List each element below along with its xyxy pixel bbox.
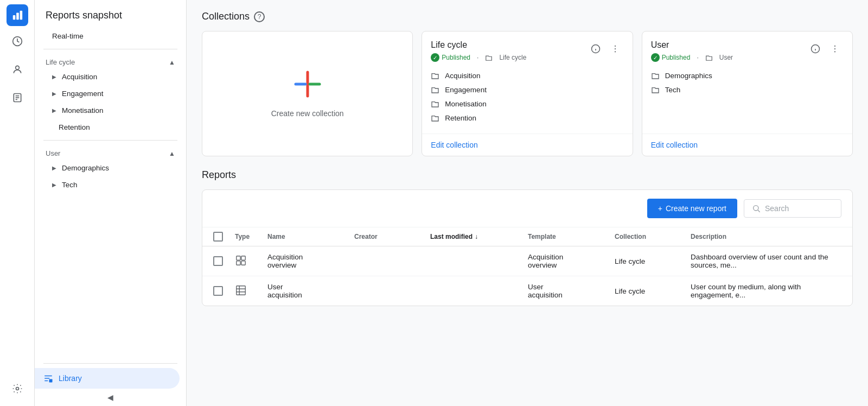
acquisition-arrow-icon: ▶ <box>52 74 56 80</box>
divider-1 <box>43 49 177 49</box>
table-header-row: Type Name Creator Last modified ↓ Templa… <box>202 227 852 246</box>
user-collection-card: User ✓ Published · User <box>642 31 853 156</box>
user-subtitle: User <box>719 54 733 61</box>
collections-grid: Create new collection Life cycle ✓ Publi… <box>202 31 853 156</box>
lifecycle-card-title: Life cycle <box>431 40 526 50</box>
reports-search-box[interactable] <box>744 199 841 218</box>
lifecycle-monetisation-label: Monetisation <box>445 100 487 108</box>
sidebar-item-acquisition[interactable]: ▶ Acquisition <box>35 68 186 85</box>
table-header-collection: Collection <box>615 232 691 242</box>
sidebar-item-demographics[interactable]: ▶ Demographics <box>35 160 186 176</box>
lifecycle-dot-separator: · <box>477 54 478 61</box>
svg-point-25 <box>834 51 835 52</box>
sidebar-item-engagement[interactable]: ▶ Engagement <box>35 85 186 102</box>
tech-arrow-icon: ▶ <box>52 182 56 188</box>
sidebar-item-retention[interactable]: Retention <box>35 119 186 136</box>
row1-template-line1: Acquisition <box>528 253 615 261</box>
sidebar-section-lifecycle[interactable]: Life cycle ▲ <box>35 54 186 68</box>
reports-toolbar: + Create new report <box>202 190 852 227</box>
tech-item-label: Tech <box>665 86 681 94</box>
divider-bottom <box>43 363 177 364</box>
realtime-label: Real-time <box>52 32 84 40</box>
lifecycle-edit-link[interactable]: Edit collection <box>431 141 477 149</box>
svg-point-26 <box>754 206 758 211</box>
reports-section-title: Reports <box>202 169 853 181</box>
sidebar: Reports snapshot Real-time Life cycle ▲ … <box>35 0 187 406</box>
folder-icon-retention <box>431 113 439 122</box>
create-plus-icon <box>293 70 322 103</box>
table-row[interactable]: Acquisition overview Acquisition overvie… <box>202 246 852 276</box>
demographics-label: Demographics <box>62 164 109 172</box>
user-info-btn[interactable] <box>807 40 824 58</box>
svg-rect-30 <box>237 261 240 264</box>
user-edit-link[interactable]: Edit collection <box>651 141 698 149</box>
search-input[interactable] <box>765 204 830 213</box>
user-folder-small-icon <box>705 54 713 61</box>
reports-nav-btn[interactable] <box>4 85 30 111</box>
lifecycle-info-btn[interactable] <box>587 40 604 58</box>
svg-point-17 <box>615 46 616 47</box>
row1-checkbox[interactable] <box>213 256 223 266</box>
row1-name-line1: Acquisition <box>267 253 354 261</box>
create-collection-label: Create new collection <box>271 109 344 118</box>
lifecycle-card-status: ✓ Published · Life cycle <box>431 53 526 62</box>
tech-label: Tech <box>62 181 78 189</box>
search-icon <box>752 204 761 213</box>
lifecycle-card-items: Acquisition Engagement Monetisation Rete… <box>422 66 632 134</box>
realtime-nav-btn[interactable] <box>4 28 30 54</box>
user-section-label: User <box>46 149 60 157</box>
row2-template-line2: acquisition <box>528 291 615 299</box>
svg-point-9 <box>16 388 18 390</box>
name-col-label: Name <box>267 233 285 240</box>
lifecycle-check-icon: ✓ <box>431 53 439 62</box>
type-col-label: Type <box>235 233 250 240</box>
table-header-last-modified[interactable]: Last modified ↓ <box>430 232 528 242</box>
sidebar-item-tech[interactable]: ▶ Tech <box>35 176 186 193</box>
user-menu-btn[interactable] <box>826 40 844 58</box>
lifecycle-card-footer: Edit collection <box>422 134 632 156</box>
sidebar-item-monetisation[interactable]: ▶ Monetisation <box>35 102 186 119</box>
table-header-description: Description <box>691 232 841 242</box>
demographics-arrow-icon: ▶ <box>52 165 56 171</box>
sidebar-library-btn[interactable]: Library <box>35 368 180 389</box>
lifecycle-folder-small-icon <box>485 54 493 61</box>
row1-template-cell: Acquisition overview <box>528 253 615 269</box>
user-card-header: User ✓ Published · User <box>642 31 852 66</box>
row2-checkbox[interactable] <box>213 286 223 296</box>
create-collection-card[interactable]: Create new collection <box>202 31 413 156</box>
lifecycle-acquisition-label: Acquisition <box>445 72 480 80</box>
svg-rect-29 <box>241 256 245 259</box>
sort-down-icon: ↓ <box>475 233 478 240</box>
svg-rect-2 <box>20 11 22 20</box>
folder-icon-acquisition <box>431 71 439 80</box>
analytics-logo-btn[interactable] <box>7 4 28 26</box>
lifecycle-menu-btn[interactable] <box>607 40 624 58</box>
collections-title: Collections <box>202 11 250 22</box>
row1-collection-cell: Life cycle <box>615 257 691 265</box>
divider-2 <box>43 140 177 141</box>
lifecycle-retention-label: Retention <box>445 114 476 122</box>
sidebar-item-realtime[interactable]: Real-time <box>35 28 186 45</box>
sidebar-header: Reports snapshot <box>35 0 186 28</box>
table-header-name: Name <box>267 232 354 242</box>
audience-nav-btn[interactable] <box>4 56 30 83</box>
collections-help-icon[interactable]: ? <box>254 11 265 22</box>
sidebar-section-user[interactable]: User ▲ <box>35 145 186 160</box>
table-select-all-checkbox[interactable] <box>213 232 223 242</box>
create-report-plus-icon: + <box>658 204 662 213</box>
user-dot-separator: · <box>697 54 698 61</box>
lifecycle-item-acquisition: Acquisition <box>431 68 623 83</box>
user-card-footer: Edit collection <box>642 134 852 156</box>
settings-nav-btn[interactable] <box>4 376 30 402</box>
row1-checkbox-cell <box>213 256 235 266</box>
sidebar-collapse-btn[interactable]: ◀ <box>35 389 186 406</box>
lifecycle-published-badge: ✓ Published <box>431 53 470 62</box>
table-row[interactable]: User acquisition User acquisition Life c… <box>202 276 852 306</box>
create-report-button[interactable]: + Create new report <box>647 199 737 218</box>
create-report-label: Create new report <box>666 204 726 213</box>
user-item-tech: Tech <box>651 83 844 97</box>
retention-label: Retention <box>59 123 90 131</box>
lifecycle-card-header: Life cycle ✓ Published · Life cycle <box>422 31 632 66</box>
user-check-icon: ✓ <box>651 53 660 62</box>
library-label: Library <box>59 374 82 383</box>
